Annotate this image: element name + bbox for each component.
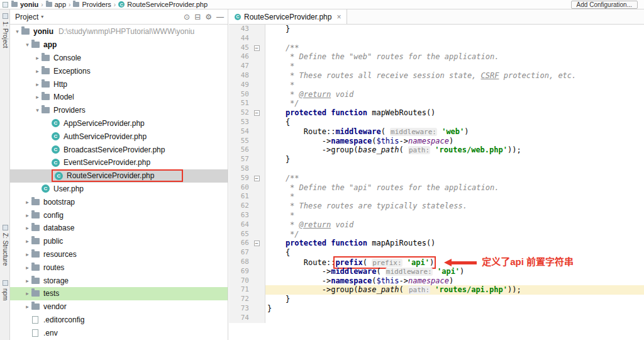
tool-button-structure[interactable]: Z: Structure xyxy=(0,224,10,266)
code-line[interactable]: 67 { xyxy=(229,248,644,258)
tab-routeserviceprovider[interactable]: C RouteServiceProvider.php × xyxy=(229,9,347,24)
code-text[interactable]: * These routes are typically stateless. xyxy=(265,201,644,211)
code-line[interactable]: 51 */ xyxy=(229,99,644,108)
collapse-all-icon[interactable]: ⊟ xyxy=(194,13,201,21)
code-text[interactable]: * xyxy=(265,211,644,220)
code-line[interactable]: 54 Route::middleware( middleware: 'web') xyxy=(229,127,644,137)
breadcrumb-item-providers[interactable]: Providers xyxy=(82,1,111,8)
chevron-collapsed-icon[interactable]: ▸ xyxy=(33,81,42,88)
breadcrumb-item-app[interactable]: app xyxy=(55,1,66,8)
code-text[interactable]: protected function mapApiRoutes() xyxy=(265,239,644,248)
code-text[interactable]: } xyxy=(265,295,644,304)
chevron-expanded-icon[interactable]: ▾ xyxy=(23,42,31,48)
close-icon[interactable]: × xyxy=(336,13,341,21)
tree-item-broadcastserviceprovider-php[interactable]: CBroadcastServiceProvider.php xyxy=(10,143,228,156)
code-text[interactable]: * @return void xyxy=(265,220,644,230)
code-line[interactable]: 56 ->group(base_path( path: 'routes/web.… xyxy=(229,145,644,155)
tree-item-resources[interactable]: ▸resources xyxy=(10,248,228,261)
code-line[interactable]: 65 */ xyxy=(229,230,644,239)
code-line[interactable]: 68 Route::prefix( prefix: 'api')定义了api 前… xyxy=(229,258,644,267)
tree-item-authserviceprovider-php[interactable]: CAuthServiceProvider.php xyxy=(10,130,228,143)
code-line[interactable]: 58 xyxy=(229,164,644,174)
code-text[interactable]: /** xyxy=(265,174,644,183)
code-line[interactable]: 72 } xyxy=(229,295,644,304)
code-text[interactable]: ->group(base_path( path: 'routes/web.php… xyxy=(265,145,644,155)
code-line[interactable]: 45− /** xyxy=(229,43,644,53)
fold-icon[interactable]: − xyxy=(252,174,262,183)
chevron-collapsed-icon[interactable]: ▸ xyxy=(23,278,31,284)
tree-item-public[interactable]: ▸public xyxy=(10,235,228,248)
add-configuration-button[interactable]: Add Configuration... xyxy=(571,1,638,9)
code-line[interactable]: 64 * @return void xyxy=(229,220,644,230)
chevron-collapsed-icon[interactable]: ▸ xyxy=(23,238,31,244)
fold-icon[interactable]: − xyxy=(252,108,262,118)
chevron-collapsed-icon[interactable]: ▸ xyxy=(33,94,42,100)
code-text[interactable]: { xyxy=(265,118,644,127)
tree-item-database[interactable]: ▸database xyxy=(10,222,228,235)
code-text[interactable]: */ xyxy=(265,99,644,108)
code-text[interactable]: } xyxy=(265,155,644,164)
tree-item-providers[interactable]: ▾Providers xyxy=(10,104,228,117)
tree-item-storage[interactable]: ▸storage xyxy=(10,274,228,287)
code-text[interactable]: Route::middleware( middleware: 'web') xyxy=(265,127,644,137)
code-line[interactable]: 74 xyxy=(229,314,644,323)
tree-item-exceptions[interactable]: ▸Exceptions xyxy=(10,64,228,77)
code-text[interactable]: ->namespace($this->namespace) xyxy=(265,276,644,286)
code-line[interactable]: 59− /** xyxy=(229,174,644,183)
code-line[interactable]: 61 * xyxy=(229,192,644,201)
breadcrumb-item-root[interactable]: yoniu xyxy=(20,1,38,8)
tree-item--editorconfig[interactable]: .editorconfig xyxy=(10,314,228,327)
code-text[interactable]: } xyxy=(265,25,644,34)
code-line[interactable]: 57 } xyxy=(229,155,644,164)
code-line[interactable]: 60 * Define the "api" routes for the app… xyxy=(229,183,644,193)
code-text[interactable]: * Define the "api" routes for the applic… xyxy=(265,183,644,193)
code-text[interactable]: * xyxy=(265,62,644,71)
tree-item-vendor[interactable]: ▸vendor xyxy=(10,300,228,314)
tree-item-user-php[interactable]: CUser.php xyxy=(10,183,228,196)
tree-item-bootstrap[interactable]: ▸bootstrap xyxy=(10,195,228,208)
project-panel-title[interactable]: Project xyxy=(15,13,38,21)
tree-item-routeserviceprovider-php[interactable]: CRouteServiceProvider.php xyxy=(10,169,228,183)
code-line[interactable]: 70 ->namespace($this->namespace) xyxy=(229,276,644,286)
tree-item-eventserviceprovider-php[interactable]: CEventServiceProvider.php xyxy=(10,156,228,169)
code-text[interactable]: ->middleware( middleware: 'api') xyxy=(265,267,644,276)
code-line[interactable]: 43 } xyxy=(229,25,644,34)
chevron-collapsed-icon[interactable]: ▸ xyxy=(23,212,31,218)
code-editor[interactable]: 43 }4445− /**46 * Define the "web" route… xyxy=(229,25,644,339)
tree-item-tests[interactable]: ▸tests xyxy=(10,287,228,300)
code-line[interactable]: 71 ->group(base_path( path: 'routes/api.… xyxy=(229,285,644,295)
code-text[interactable]: ->group(base_path( path: 'routes/api.php… xyxy=(265,285,644,295)
tree-item-console[interactable]: ▸Console xyxy=(10,52,228,65)
code-text[interactable]: /** xyxy=(265,43,644,53)
code-text[interactable] xyxy=(265,164,644,174)
code-line[interactable]: 62 * These routes are typically stateles… xyxy=(229,201,644,211)
code-text[interactable]: ->namespace($this->namespace) xyxy=(265,137,644,146)
code-text[interactable]: * These routes all receive session state… xyxy=(265,71,644,81)
tree-item-yoniu[interactable]: ▾yoniuD:\study\wnmp\PHPTutorial\WWW\yoni… xyxy=(10,25,228,38)
chevron-expanded-icon[interactable]: ▾ xyxy=(33,107,42,113)
chevron-expanded-icon[interactable]: ▾ xyxy=(13,28,21,35)
chevron-collapsed-icon[interactable]: ▸ xyxy=(23,251,31,258)
code-line[interactable]: 46 * Define the "web" routes for the app… xyxy=(229,52,644,62)
code-text[interactable]: */ xyxy=(265,230,644,239)
code-line[interactable]: 73} xyxy=(229,304,644,314)
code-line[interactable]: 50 * @return void xyxy=(229,90,644,99)
code-line[interactable]: 63 * xyxy=(229,211,644,220)
tree-item-model[interactable]: ▸Model xyxy=(10,91,228,104)
tree-item-routes[interactable]: ▸routes xyxy=(10,261,228,274)
code-text[interactable] xyxy=(265,314,644,323)
code-line[interactable]: 69 ->middleware( middleware: 'api') xyxy=(229,267,644,276)
locate-icon[interactable]: ⊙ xyxy=(184,13,190,21)
code-text[interactable]: } xyxy=(265,304,644,314)
chevron-collapsed-icon[interactable]: ▸ xyxy=(23,290,31,297)
chevron-collapsed-icon[interactable]: ▸ xyxy=(23,199,31,205)
code-line[interactable]: 47 * xyxy=(229,62,644,71)
tool-button-project[interactable]: 1: Project xyxy=(0,12,10,48)
code-line[interactable]: 55 ->namespace($this->namespace) xyxy=(229,137,644,146)
code-text[interactable]: * @return void xyxy=(265,90,644,99)
chevron-collapsed-icon[interactable]: ▸ xyxy=(33,68,42,74)
tree-item-config[interactable]: ▸config xyxy=(10,208,228,222)
code-text[interactable]: { xyxy=(265,248,644,258)
code-text[interactable]: * xyxy=(265,192,644,201)
code-line[interactable]: 52− protected function mapWebRoutes() xyxy=(229,108,644,118)
